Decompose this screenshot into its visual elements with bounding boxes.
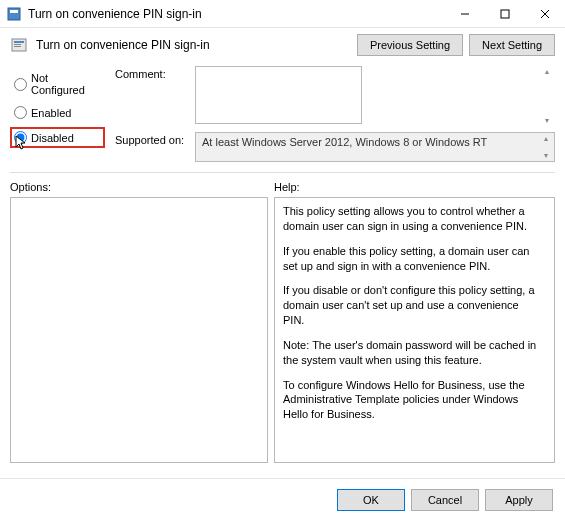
policy-icon <box>10 36 28 54</box>
supported-scrollbar[interactable]: ▴▾ <box>539 134 553 160</box>
close-button[interactable] <box>525 0 565 28</box>
supported-label: Supported on: <box>115 132 187 146</box>
footer: OK Cancel Apply <box>0 478 565 521</box>
panel-labels: Options: Help: <box>0 175 565 197</box>
options-panel <box>10 197 268 463</box>
help-p2: If you enable this policy setting, a dom… <box>283 244 538 274</box>
titlebar: Turn on convenience PIN sign-in <box>0 0 565 28</box>
svg-rect-9 <box>14 46 21 47</box>
help-p3: If you disable or don't configure this p… <box>283 283 538 328</box>
maximize-button[interactable] <box>485 0 525 28</box>
radio-disabled-label: Disabled <box>31 132 74 144</box>
options-label: Options: <box>10 181 274 193</box>
panels: This policy setting allows you to contro… <box>0 197 565 463</box>
radio-enabled[interactable]: Enabled <box>10 104 105 121</box>
help-label: Help: <box>274 181 300 193</box>
radio-not-configured-input[interactable] <box>14 78 27 91</box>
cancel-button[interactable]: Cancel <box>411 489 479 511</box>
help-p5: To configure Windows Hello for Business,… <box>283 378 538 423</box>
radio-enabled-label: Enabled <box>31 107 71 119</box>
minimize-button[interactable] <box>445 0 485 28</box>
comment-input[interactable] <box>195 66 362 124</box>
comment-scrollbar[interactable]: ▴▾ <box>540 67 554 125</box>
app-icon <box>6 6 22 22</box>
next-setting-button[interactable]: Next Setting <box>469 34 555 56</box>
radio-not-configured-label: Not Configured <box>31 72 101 96</box>
help-p4: Note: The user's domain password will be… <box>283 338 538 368</box>
help-panel: This policy setting allows you to contro… <box>274 197 555 463</box>
window-controls <box>445 0 565 28</box>
svg-rect-1 <box>10 10 18 13</box>
window-title: Turn on convenience PIN sign-in <box>28 7 445 21</box>
svg-rect-0 <box>8 8 20 20</box>
config-area: Not Configured Enabled Disabled Comment:… <box>0 62 565 170</box>
svg-rect-8 <box>14 44 21 45</box>
svg-rect-3 <box>501 10 509 18</box>
supported-row: Supported on: At least Windows Server 20… <box>115 132 555 162</box>
help-p1: This policy setting allows you to contro… <box>283 204 538 234</box>
comment-label: Comment: <box>115 66 187 80</box>
policy-header: Turn on convenience PIN sign-in Previous… <box>0 28 565 62</box>
previous-setting-button[interactable]: Previous Setting <box>357 34 463 56</box>
divider <box>10 172 555 173</box>
highlight-disabled: Disabled <box>10 127 105 148</box>
supported-value-box: At least Windows Server 2012, Windows 8 … <box>195 132 555 162</box>
comment-row: Comment: ▴▾ <box>115 66 555 126</box>
radio-not-configured[interactable]: Not Configured <box>10 70 105 98</box>
radio-enabled-input[interactable] <box>14 106 27 119</box>
radio-disabled[interactable]: Disabled <box>14 131 74 144</box>
apply-button[interactable]: Apply <box>485 489 553 511</box>
supported-value: At least Windows Server 2012, Windows 8 … <box>202 136 487 148</box>
ok-button[interactable]: OK <box>337 489 405 511</box>
svg-rect-7 <box>14 41 24 43</box>
state-radio-group: Not Configured Enabled Disabled <box>10 66 105 162</box>
radio-disabled-input[interactable] <box>14 131 27 144</box>
policy-title: Turn on convenience PIN sign-in <box>36 38 349 52</box>
